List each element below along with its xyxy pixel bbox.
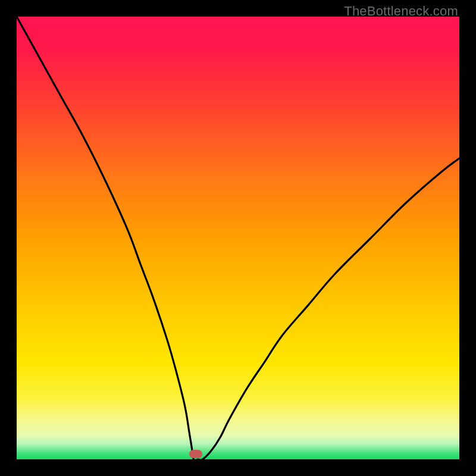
watermark-text: TheBottleneck.com bbox=[344, 4, 458, 19]
plot-area bbox=[17, 17, 459, 459]
optimal-point-marker bbox=[189, 450, 202, 458]
bottleneck-curve bbox=[17, 17, 459, 459]
chart-frame: TheBottleneck.com bbox=[0, 0, 476, 476]
